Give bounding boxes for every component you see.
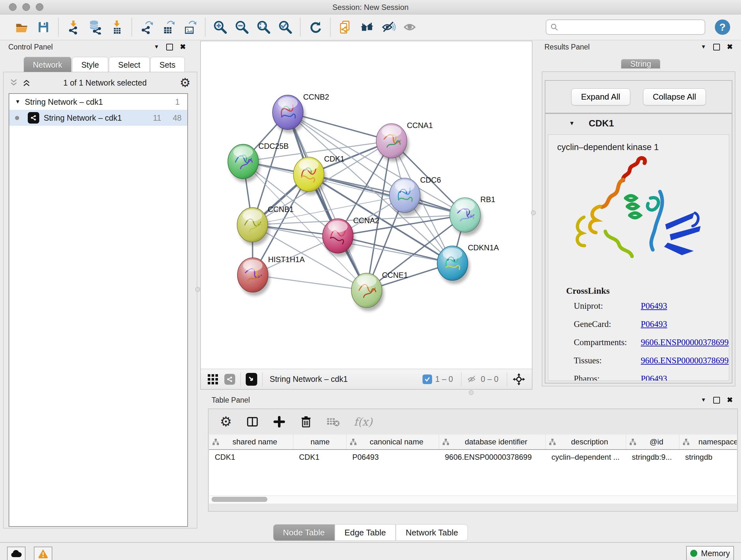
warning-status-button[interactable]	[34, 547, 52, 560]
refresh-view-icon[interactable]	[307, 19, 323, 35]
network-node-CDC6[interactable]: CDC6	[389, 176, 441, 216]
crosslink-link-tissues[interactable]: 9606.ENSP00000378699	[641, 356, 729, 366]
maximize-panel-icon[interactable]	[713, 397, 720, 403]
network-node-CCNE1[interactable]: CCNE1	[351, 271, 408, 311]
tab-edge-table[interactable]: Edge Table	[335, 524, 396, 541]
column-header-canonical-name[interactable]: canonical name	[347, 435, 439, 449]
column-header-description[interactable]: description	[546, 435, 626, 449]
save-session-icon[interactable]	[36, 19, 51, 35]
tab-node-table[interactable]: Node Table	[273, 524, 335, 541]
pan-tool-icon[interactable]	[512, 373, 526, 386]
memory-button[interactable]: Memory	[686, 546, 734, 560]
column-label: namespace	[690, 437, 737, 446]
network-node-RB1[interactable]: RB1	[450, 195, 495, 236]
float-panel-icon[interactable]: ▼	[701, 397, 706, 403]
delete-column-icon[interactable]	[300, 415, 313, 428]
table-cell[interactable]: CDK1	[293, 453, 347, 462]
export-table-icon[interactable]	[160, 19, 177, 35]
show-hidden-eye-icon[interactable]	[402, 19, 418, 35]
duplicate-network-icon[interactable]	[337, 19, 353, 35]
zoom-selected-icon[interactable]	[277, 19, 293, 35]
tab-sets[interactable]: Sets	[150, 57, 185, 73]
expand-all-icon[interactable]	[23, 79, 30, 86]
column-header--id[interactable]: @id	[626, 435, 679, 449]
vertical-splitter-grip[interactable]	[531, 210, 536, 215]
crosslink-link-genecard[interactable]: P06493	[641, 319, 667, 329]
gene-section-header[interactable]: ▼ CDK1	[545, 114, 732, 132]
hide-selected-eye-icon[interactable]	[381, 19, 397, 35]
gene-expand-icon[interactable]: ▼	[569, 120, 575, 127]
table-cell[interactable]: CDK1	[209, 453, 293, 462]
import-network-database-icon[interactable]	[87, 19, 103, 35]
vertical-splitter-grip[interactable]	[195, 287, 200, 292]
selected-checkbox-icon[interactable]	[422, 374, 432, 384]
column-header-name[interactable]: name	[293, 435, 347, 449]
tab-network-table[interactable]: Network Table	[396, 524, 468, 541]
network-row-selected[interactable]: String Network – cdk1 11 48	[9, 110, 187, 126]
table-row[interactable]: CDK1CDK1P064939606.ENSP00000378699cyclin…	[209, 450, 737, 464]
close-panel-icon[interactable]: ✖	[180, 43, 186, 51]
birds-eye-icon[interactable]	[246, 373, 257, 386]
column-label: description	[556, 437, 626, 446]
maximize-panel-icon[interactable]	[166, 44, 173, 51]
table-cell[interactable]: P06493	[347, 453, 439, 462]
export-image-icon[interactable]	[182, 19, 198, 35]
network-node-CCNA2[interactable]: CCNA2	[323, 216, 379, 257]
network-node-CDC25B[interactable]: CDC25B	[228, 142, 289, 182]
column-header-database-identifier[interactable]: database identifier	[439, 435, 546, 449]
network-node-CDK1[interactable]: CDK1	[293, 154, 344, 195]
apply-function-icon[interactable]: f(x)	[354, 415, 373, 428]
string-home-icon[interactable]	[359, 19, 375, 35]
tab-select[interactable]: Select	[109, 57, 149, 73]
tab-network[interactable]: Network	[23, 57, 71, 73]
collapse-all-icon[interactable]	[10, 79, 17, 86]
table-cell[interactable]: 9606.ENSP00000378699	[439, 453, 546, 462]
column-header-shared-name[interactable]: shared name	[209, 435, 293, 449]
zoom-out-icon[interactable]	[234, 19, 250, 35]
search-input[interactable]	[562, 22, 701, 32]
network-node-CCNB1[interactable]: CCNB1	[237, 205, 293, 246]
maximize-panel-icon[interactable]	[713, 44, 720, 51]
table-settings-gear-icon[interactable]: ⚙	[220, 415, 232, 428]
float-panel-icon[interactable]: ▼	[701, 44, 706, 50]
horizontal-splitter-grip[interactable]	[469, 390, 474, 395]
tab-style[interactable]: Style	[72, 57, 109, 73]
crosslink-link-pharos[interactable]: P06493	[641, 374, 667, 381]
scrollbar-thumb[interactable]	[212, 497, 267, 502]
zoom-fit-icon[interactable]	[256, 19, 272, 35]
network-options-gear-icon[interactable]: ⚙	[180, 77, 191, 89]
network-canvas[interactable]: CCNB2CCNA1CDC25BCDK1CDC6RB1CCNB1CCNA2CDK…	[201, 41, 532, 369]
delete-table-icon[interactable]	[327, 416, 340, 427]
network-collection-row[interactable]: ▼ String Network – cdk1 1	[9, 94, 187, 110]
export-network-icon[interactable]	[139, 19, 155, 35]
table-cell[interactable]: stringdb:9...	[626, 453, 679, 462]
close-panel-icon[interactable]: ✖	[727, 43, 733, 51]
collapse-all-button[interactable]: Collapse All	[643, 88, 706, 105]
expand-all-button[interactable]: Expand All	[571, 88, 630, 105]
cloud-status-button[interactable]	[7, 547, 25, 560]
table-cell[interactable]: cyclin–dependent ...	[546, 453, 626, 462]
attribute-type-icon	[683, 438, 690, 445]
import-network-file-icon[interactable]	[65, 19, 81, 35]
import-table-file-icon[interactable]	[109, 19, 125, 35]
add-column-icon[interactable]	[273, 415, 286, 428]
network-node-CDKN1A[interactable]: CDKN1A	[437, 243, 499, 284]
results-tab-string[interactable]: String	[621, 56, 661, 71]
float-panel-icon[interactable]: ▼	[154, 44, 159, 50]
crosslink-link-uniprot[interactable]: P06493	[641, 301, 667, 311]
network-node-HIST1H1A[interactable]: HIST1H1A	[238, 255, 305, 296]
share-view-icon[interactable]	[224, 374, 235, 385]
table-cell[interactable]: stringdb	[679, 453, 737, 462]
close-panel-icon[interactable]: ✖	[727, 396, 733, 404]
zoom-in-icon[interactable]	[212, 19, 228, 35]
column-header-namespace[interactable]: namespace	[679, 435, 737, 449]
crosslink-link-compartments[interactable]: 9606.ENSP00000378699	[641, 337, 729, 348]
help-button[interactable]: ?	[715, 19, 730, 35]
network-node-CCNA1[interactable]: CCNA1	[376, 121, 433, 162]
table-horizontal-scrollbar[interactable]	[210, 496, 736, 503]
network-node-CCNB2[interactable]: CCNB2	[273, 92, 329, 133]
open-session-icon[interactable]	[14, 19, 30, 35]
collection-expand-icon[interactable]: ▼	[15, 99, 20, 105]
grid-view-icon[interactable]	[207, 374, 219, 385]
split-panel-icon[interactable]	[246, 415, 259, 428]
